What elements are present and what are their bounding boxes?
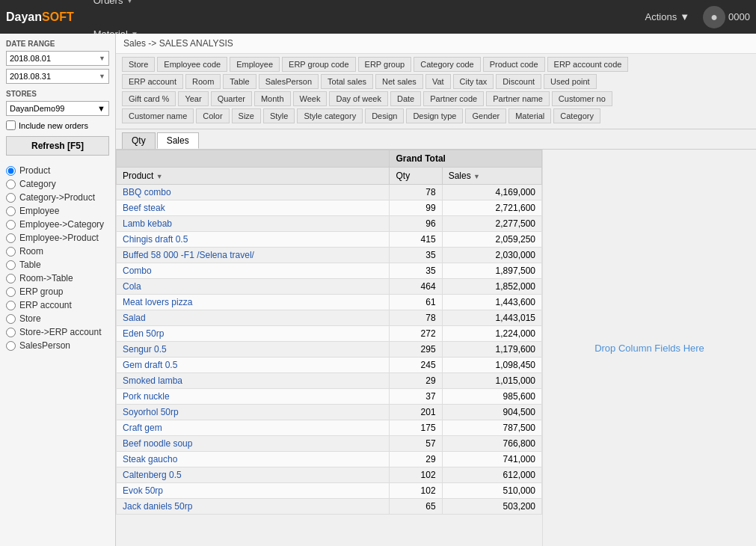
filter-tag-color[interactable]: Color (196, 108, 229, 123)
radio-item-salesperson[interactable]: SalesPerson (6, 340, 109, 352)
filter-tag-gender[interactable]: Gender (465, 108, 506, 123)
radio-r10[interactable] (6, 287, 16, 297)
radio-r12[interactable] (6, 314, 16, 324)
product-cell[interactable]: Jack daniels 50rp (117, 499, 390, 515)
product-sort-header[interactable]: Product ▼ (117, 168, 390, 185)
radio-r11[interactable] (6, 301, 16, 310)
filter-tag-customer-name[interactable]: Customer name (122, 108, 194, 123)
filter-tag-gift-card-%[interactable]: Gift card % (122, 91, 176, 106)
filter-tag-salesperson[interactable]: SalesPerson (259, 74, 319, 89)
user-avatar-icon[interactable]: ● (703, 6, 725, 28)
filter-tag-employee-code[interactable]: Employee code (157, 57, 227, 72)
radio-r6[interactable] (6, 233, 16, 243)
filter-tag-design-type[interactable]: Design type (406, 108, 463, 123)
product-cell[interactable]: Smoked lamba (117, 373, 390, 389)
radio-item-erp-account[interactable]: ERP account (6, 299, 109, 311)
filter-tag-day-of-week[interactable]: Day of week (329, 91, 388, 106)
radio-r14[interactable] (6, 341, 16, 351)
radio-r5[interactable] (6, 220, 16, 230)
date-from-input[interactable]: 2018.08.01 ▼ (6, 51, 109, 66)
radio-item-category[interactable]: Category (6, 178, 109, 190)
product-cell[interactable]: Eden 50rp (117, 326, 390, 342)
radio-item-room[interactable]: Room (6, 245, 109, 257)
filter-tag-style-category[interactable]: Style category (297, 108, 363, 123)
radio-r3[interactable] (6, 193, 16, 203)
filter-tag-customer-no[interactable]: Customer no (552, 91, 612, 106)
radio-item-employee--product[interactable]: Employee->Product (6, 232, 109, 244)
product-cell[interactable]: Beef noodle soup (117, 436, 390, 452)
filter-tag-week[interactable]: Week (293, 91, 328, 106)
filter-tag-year[interactable]: Year (178, 91, 208, 106)
store-select[interactable]: DayanDemo99 ▼ (6, 101, 109, 116)
radio-r7[interactable] (6, 247, 16, 257)
product-cell[interactable]: Combo (117, 263, 390, 279)
product-cell[interactable]: Meat lovers pizza (117, 295, 390, 310)
pivot-scroll[interactable]: Grand Total Product ▼ Qty Sales ▼ (116, 150, 542, 546)
radio-r9[interactable] (6, 274, 16, 283)
radio-item-room--table[interactable]: Room->Table (6, 272, 109, 284)
filter-tag-category[interactable]: Category (553, 108, 600, 123)
filter-tag-category-code[interactable]: Category code (414, 57, 481, 72)
product-cell[interactable]: Evok 50rp (117, 483, 390, 499)
product-cell[interactable]: Soyorhol 50rp (117, 405, 390, 420)
radio-item-table[interactable]: Table (6, 259, 109, 271)
filter-tag-quarter[interactable]: Quarter (211, 91, 252, 106)
filter-tag-city-tax[interactable]: City tax (453, 74, 494, 89)
product-cell[interactable]: Beef steak (117, 200, 390, 216)
filter-tag-erp-account[interactable]: ERP account (122, 74, 183, 89)
product-cell[interactable]: Caltenberg 0.5 (117, 467, 390, 483)
filter-tag-style[interactable]: Style (263, 108, 295, 123)
radio-r1[interactable] (6, 166, 16, 176)
filter-tag-store[interactable]: Store (122, 57, 155, 72)
filter-tag-table[interactable]: Table (223, 74, 256, 89)
filter-tag-design[interactable]: Design (365, 108, 404, 123)
product-cell[interactable]: Lamb kebab (117, 216, 390, 232)
radio-item-category--product[interactable]: Category->Product (6, 191, 109, 203)
filter-tag-erp-account-code[interactable]: ERP account code (547, 57, 629, 72)
filter-tag-erp-group-code[interactable]: ERP group code (282, 57, 356, 72)
filter-tag-discount[interactable]: Discount (496, 74, 541, 89)
product-cell[interactable]: Sengur 0.5 (117, 342, 390, 358)
filter-tag-partner-code[interactable]: Partner code (423, 91, 484, 106)
product-cell[interactable]: Buffed 58 000 -F1 /Selena travel/ (117, 248, 390, 263)
product-cell[interactable]: Salad (117, 310, 390, 326)
filter-tag-partner-name[interactable]: Partner name (486, 91, 550, 106)
product-cell[interactable]: BBQ combo (117, 185, 390, 200)
product-cell[interactable]: Steak gaucho (117, 452, 390, 467)
tab-qty[interactable]: Qty (122, 132, 156, 149)
radio-r4[interactable] (6, 206, 16, 216)
filter-tag-material[interactable]: Material (508, 108, 551, 123)
filter-tag-size[interactable]: Size (232, 108, 261, 123)
filter-tag-used-point[interactable]: Used point (544, 74, 597, 89)
product-cell[interactable]: Gem draft 0.5 (117, 358, 390, 373)
filter-tag-net-sales[interactable]: Net sales (375, 74, 423, 89)
product-cell[interactable]: Chingis draft 0.5 (117, 232, 390, 248)
radio-r2[interactable] (6, 180, 16, 189)
product-cell[interactable]: Cola (117, 279, 390, 295)
actions-menu[interactable]: Actions ▼ (635, 0, 701, 34)
include-new-checkbox[interactable] (6, 120, 16, 130)
filter-tag-erp-group[interactable]: ERP group (358, 57, 412, 72)
tab-sales[interactable]: Sales (157, 132, 199, 149)
filter-tag-date[interactable]: Date (390, 91, 421, 106)
radio-r13[interactable] (6, 328, 16, 337)
filter-tag-product-code[interactable]: Product code (483, 57, 545, 72)
nav-item-orders[interactable]: Orders▼ (83, 0, 162, 17)
include-new-orders[interactable]: Include new orders (6, 120, 109, 130)
radio-item-store--erp-account[interactable]: Store->ERP account (6, 326, 109, 338)
product-cell[interactable]: Pork nuckle (117, 389, 390, 405)
filter-tag-month[interactable]: Month (254, 91, 291, 106)
filter-tag-room[interactable]: Room (185, 74, 221, 89)
filter-tag-vat[interactable]: Vat (425, 74, 451, 89)
radio-item-product[interactable]: Product (6, 165, 109, 177)
radio-r8[interactable] (6, 260, 16, 270)
product-cell[interactable]: Craft gem (117, 420, 390, 436)
filter-tag-total-sales[interactable]: Total sales (321, 74, 373, 89)
radio-item-store[interactable]: Store (6, 313, 109, 325)
sales-sort-header[interactable]: Sales ▼ (442, 168, 541, 185)
refresh-button[interactable]: Refresh [F5] (6, 136, 109, 156)
radio-item-erp-group[interactable]: ERP group (6, 286, 109, 298)
radio-item-employee[interactable]: Employee (6, 205, 109, 217)
radio-item-employee--category[interactable]: Employee->Category (6, 218, 109, 230)
date-to-input[interactable]: 2018.08.31 ▼ (6, 69, 109, 84)
